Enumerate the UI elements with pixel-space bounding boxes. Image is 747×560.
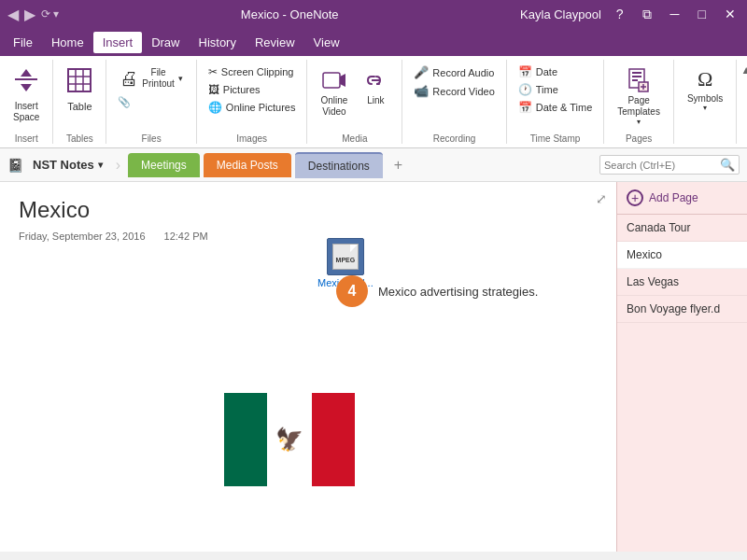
timestamp-group-label: Time Stamp xyxy=(530,132,581,144)
date-button[interactable]: 📅 Date xyxy=(514,63,597,80)
expand-icon[interactable]: ⤢ xyxy=(596,191,607,206)
symbols-button[interactable]: Ω Symbols ▾ xyxy=(682,63,728,116)
images-group-label: Images xyxy=(236,132,267,144)
files-col: 🖨 FilePrintout ▾ 📎 xyxy=(114,63,188,110)
search-box[interactable]: 🔍 xyxy=(599,155,740,175)
add-page-icon: + xyxy=(627,189,643,206)
online-video-button[interactable]: OnlineVideo xyxy=(315,63,353,121)
ribbon-group-symbols: Ω Symbols ▾ xyxy=(674,60,737,144)
table-button[interactable]: Table xyxy=(61,63,98,116)
record-audio-icon: 🎤 xyxy=(414,65,429,79)
files-group-label: Files xyxy=(142,132,162,144)
page-date: Friday, September 23, 2016 xyxy=(19,231,146,242)
mexico-flag: 🦅 xyxy=(205,384,355,486)
page-item-las-vegas[interactable]: Las Vegas xyxy=(617,269,747,296)
time-button[interactable]: 🕐 Time xyxy=(514,81,597,98)
add-page-button[interactable]: + Add Page xyxy=(617,182,747,215)
svg-marker-1 xyxy=(21,69,32,77)
record-audio-button[interactable]: 🎤 Record Audio xyxy=(410,63,498,81)
right-sidebar: + Add Page Canada Tour Mexico Las Vegas … xyxy=(616,182,747,552)
help-button[interactable]: ? xyxy=(613,5,627,23)
record-video-button[interactable]: 📹 Record Video xyxy=(410,82,498,100)
insert-space-button[interactable]: InsertSpace xyxy=(7,63,45,127)
restore-button[interactable]: ⧉ xyxy=(639,5,655,24)
ribbon-group-files: 🖨 FilePrintout ▾ 📎 Files xyxy=(106,60,196,144)
pages-group-label: Pages xyxy=(626,132,652,144)
add-page-label: Add Page xyxy=(649,191,698,204)
tab-destinations[interactable]: Destinations xyxy=(295,152,383,178)
record-video-icon: 📹 xyxy=(414,84,429,98)
minimize-button[interactable]: ─ xyxy=(667,5,684,23)
insert-space-label: InsertSpace xyxy=(13,101,39,123)
ribbon: InsertSpace Insert Table Tables xyxy=(0,56,747,148)
ribbon-group-timestamp: 📅 Date 🕐 Time 📅 Date & Time Time Stamp xyxy=(507,60,605,144)
quick-access[interactable]: ⟳ ▾ xyxy=(41,7,59,21)
section-separator: › xyxy=(116,157,120,174)
menu-history[interactable]: History xyxy=(190,32,246,53)
link-icon xyxy=(362,67,388,95)
add-tab-button[interactable]: + xyxy=(387,153,410,177)
title-bar-left: ◀ ▶ ⟳ ▾ xyxy=(7,6,59,23)
insert-group-label: Insert xyxy=(15,132,38,144)
maximize-button[interactable]: □ xyxy=(695,5,710,23)
pictures-button[interactable]: 🖼 Pictures xyxy=(204,81,300,98)
page-item-canada[interactable]: Canada Tour xyxy=(617,215,747,242)
ribbon-group-recording: 🎤 Record Audio 📹 Record Video Recording xyxy=(402,60,506,144)
notebook-name[interactable]: NST Notes ▾ xyxy=(27,154,108,175)
back-button[interactable]: ◀ xyxy=(7,6,19,23)
online-pictures-button[interactable]: 🌐 Online Pictures xyxy=(204,99,300,116)
attach-file-button[interactable]: 📎 xyxy=(114,94,188,110)
date-icon: 📅 xyxy=(518,65,532,78)
table-label: Table xyxy=(67,101,92,112)
svg-marker-9 xyxy=(340,74,345,87)
table-icon xyxy=(66,67,92,99)
tab-meetings[interactable]: Meetings xyxy=(128,153,200,177)
close-button[interactable]: ✕ xyxy=(721,5,740,23)
recording-col: 🎤 Record Audio 📹 Record Video xyxy=(410,63,498,100)
menu-review[interactable]: Review xyxy=(246,32,304,53)
svg-rect-3 xyxy=(68,69,91,91)
forward-button[interactable]: ▶ xyxy=(24,6,35,23)
flame-badge: 4 xyxy=(336,275,368,307)
menu-draw[interactable]: Draw xyxy=(142,32,189,53)
mpeg-icon: MPEG xyxy=(327,238,364,275)
tables-group-label: Tables xyxy=(66,132,93,144)
online-video-icon xyxy=(321,67,347,95)
ribbon-group-pages: PageTemplates ▾ Pages xyxy=(604,60,674,144)
title-bar-right: Kayla Claypool ? ⧉ ─ □ ✕ xyxy=(520,5,740,24)
ad-text: Mexico advertising strategies. xyxy=(378,285,538,299)
title-bar: ◀ ▶ ⟳ ▾ Mexico - OneNote Kayla Claypool … xyxy=(0,0,747,28)
svg-rect-13 xyxy=(632,76,641,77)
notebook-bar: 📓 NST Notes ▾ › Meetings Media Posts Des… xyxy=(0,148,747,182)
collapse-ribbon-button[interactable]: ▲ xyxy=(740,63,747,77)
datetime-button[interactable]: 📅 Date & Time xyxy=(514,99,597,116)
link-button[interactable]: Link xyxy=(357,63,394,109)
flag-red xyxy=(312,393,355,486)
menu-view[interactable]: View xyxy=(304,32,349,53)
flag-white: 🦅 xyxy=(267,393,312,486)
page-time: 12:42 PM xyxy=(164,231,208,242)
menu-file[interactable]: File xyxy=(4,32,42,53)
page-templates-icon xyxy=(626,67,652,95)
page-item-mexico[interactable]: Mexico xyxy=(617,242,747,269)
page-item-bon-voyage[interactable]: Bon Voyage flyer.d xyxy=(617,296,747,323)
file-printout-icon: 🖨 xyxy=(120,68,138,90)
pictures-icon: 🖼 xyxy=(208,83,219,96)
page-templates-button[interactable]: PageTemplates ▾ xyxy=(612,63,666,130)
search-input[interactable] xyxy=(604,160,716,171)
menu-home[interactable]: Home xyxy=(42,32,93,53)
symbols-icon: Ω xyxy=(698,67,712,91)
ribbon-group-media: OnlineVideo Link Media xyxy=(307,60,402,144)
user-name: Kayla Claypool xyxy=(520,7,601,21)
menu-insert[interactable]: Insert xyxy=(93,32,143,53)
search-icon: 🔍 xyxy=(720,158,735,172)
menu-bar: File Home Insert Draw History Review Vie… xyxy=(0,28,747,56)
attach-file-icon: 📎 xyxy=(118,96,131,108)
ribbon-group-images: ✂ Screen Clipping 🖼 Pictures 🌐 Online Pi… xyxy=(197,60,308,144)
file-printout-button[interactable]: 🖨 FilePrintout ▾ xyxy=(114,63,188,93)
badge-number: 4 xyxy=(348,283,357,300)
tab-media-posts[interactable]: Media Posts xyxy=(204,153,291,177)
notebook-icon: 📓 xyxy=(7,158,23,173)
screen-clipping-button[interactable]: ✂ Screen Clipping xyxy=(204,63,300,80)
page-title: Mexico xyxy=(19,197,598,223)
